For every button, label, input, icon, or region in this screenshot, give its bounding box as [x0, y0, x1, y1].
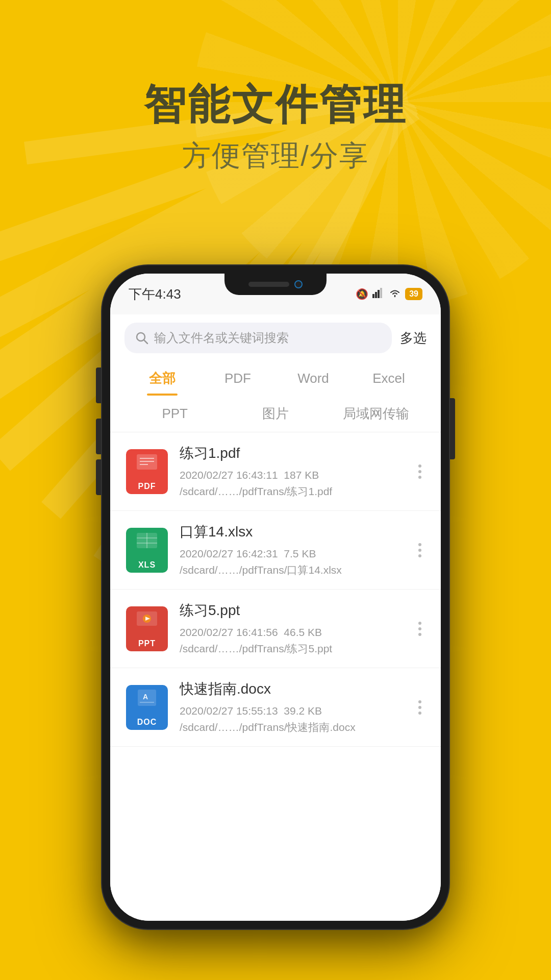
file-item[interactable]: 练习5.ppt 2020/02/27 16:41:56 46.5 KB /sdc… — [110, 590, 441, 668]
header-section: 智能文件管理 方便管理/分享 — [0, 82, 551, 176]
file-name: 练习5.ppt — [180, 601, 403, 620]
bell-icon: 🔕 — [356, 288, 368, 300]
status-icons: 🔕 — [356, 288, 422, 301]
svg-rect-11 — [380, 288, 382, 298]
battery-badge: 39 — [405, 288, 422, 300]
file-meta: 2020/02/27 15:55:13 39.2 KB /sdcard/……/p… — [180, 703, 403, 735]
svg-rect-8 — [372, 294, 374, 298]
tab-ppt[interactable]: PPT — [124, 397, 225, 431]
file-name: 口算14.xlsx — [180, 522, 403, 542]
file-info: 快速指南.docx 2020/02/27 15:55:13 39.2 KB /s… — [180, 679, 403, 735]
file-info: 练习5.ppt 2020/02/27 16:41:56 46.5 KB /sdc… — [180, 601, 403, 656]
tab-images[interactable]: 图片 — [225, 396, 325, 432]
file-info: 口算14.xlsx 2020/02/27 16:42:31 7.5 KB /sd… — [180, 522, 403, 578]
main-title: 智能文件管理 — [0, 82, 551, 128]
signal-icon — [372, 288, 385, 301]
tabs-row-2: PPT 图片 局域网传输 — [110, 396, 441, 432]
file-icon-xls — [124, 528, 169, 573]
tab-all[interactable]: 全部 — [124, 359, 200, 396]
file-list: 练习1.pdf 2020/02/27 16:43:11 187 KB /sdca… — [110, 432, 441, 921]
file-meta: 2020/02/27 16:43:11 187 KB /sdcard/……/pd… — [180, 467, 403, 499]
tab-word[interactable]: Word — [276, 360, 351, 395]
file-item[interactable]: A 快速指南.docx 2020/02/27 15:55:13 39.2 KB … — [110, 668, 441, 747]
file-more-button[interactable] — [413, 695, 427, 720]
speaker — [248, 282, 289, 287]
file-item[interactable]: 练习1.pdf 2020/02/27 16:43:11 187 KB /sdca… — [110, 432, 441, 511]
file-more-button[interactable] — [413, 459, 427, 484]
file-icon-doc: A — [124, 685, 169, 730]
file-meta: 2020/02/27 16:42:31 7.5 KB /sdcard/……/pd… — [180, 546, 403, 578]
file-icon-ppt — [124, 606, 169, 651]
search-icon — [135, 331, 149, 345]
svg-text:A: A — [143, 693, 148, 701]
file-more-button[interactable] — [413, 617, 427, 641]
file-name: 快速指南.docx — [180, 679, 403, 699]
search-input-wrap[interactable]: 输入文件名或关键词搜索 — [124, 323, 392, 353]
status-bar: 下午4:43 🔕 — [110, 274, 441, 314]
phone-mockup: 下午4:43 🔕 — [102, 265, 449, 929]
svg-line-13 — [144, 340, 147, 344]
phone-outer: 下午4:43 🔕 — [102, 265, 449, 929]
file-name: 练习1.pdf — [180, 444, 403, 463]
svg-rect-10 — [378, 290, 380, 298]
file-more-button[interactable] — [413, 538, 427, 562]
file-item[interactable]: 口算14.xlsx 2020/02/27 16:42:31 7.5 KB /sd… — [110, 511, 441, 590]
svg-rect-9 — [375, 292, 377, 298]
camera — [294, 280, 303, 288]
file-meta: 2020/02/27 16:41:56 46.5 KB /sdcard/……/p… — [180, 624, 403, 656]
tab-pdf[interactable]: PDF — [200, 360, 276, 395]
search-placeholder: 输入文件名或关键词搜索 — [154, 330, 289, 346]
tab-lan-transfer[interactable]: 局域网传输 — [326, 396, 427, 432]
notch — [224, 274, 327, 295]
sub-title: 方便管理/分享 — [0, 137, 551, 176]
file-info: 练习1.pdf 2020/02/27 16:43:11 187 KB /sdca… — [180, 444, 403, 499]
phone-screen: 下午4:43 🔕 — [110, 274, 441, 921]
multi-select-button[interactable]: 多选 — [400, 329, 427, 347]
status-time: 下午4:43 — [129, 285, 181, 303]
tab-excel[interactable]: Excel — [351, 360, 427, 395]
wifi-icon — [389, 288, 401, 300]
tabs-row-1: 全部 PDF Word Excel — [110, 359, 441, 396]
search-bar-row: 输入文件名或关键词搜索 多选 — [110, 314, 441, 359]
file-icon-pdf — [124, 449, 169, 494]
